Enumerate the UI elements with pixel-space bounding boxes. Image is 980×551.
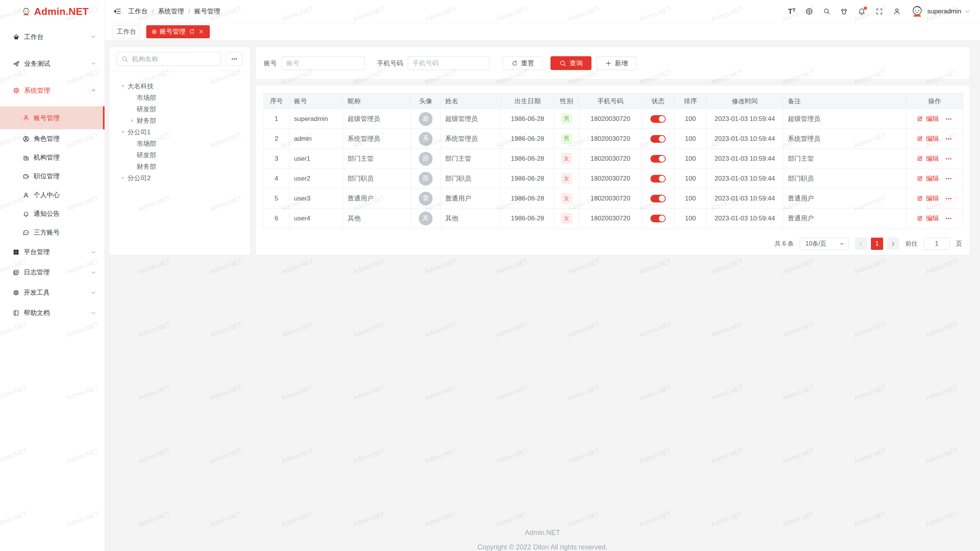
org-search-input[interactable]: 机构名称 bbox=[117, 52, 221, 66]
cell-phone: 18020030720 bbox=[590, 175, 630, 182]
tree-node-研发部[interactable]: 研发部 bbox=[114, 103, 247, 115]
tree-node-label: 分公司2 bbox=[127, 174, 150, 183]
tabs-bar: 工作台账号管理 bbox=[105, 23, 980, 40]
edit-button[interactable]: 编辑 bbox=[917, 154, 939, 163]
col-header-nickname[interactable]: 昵称 bbox=[343, 93, 411, 109]
more-actions-button[interactable] bbox=[945, 175, 952, 183]
breadcrumb-item[interactable]: 系统管理 bbox=[158, 7, 184, 16]
fullscreen-icon[interactable] bbox=[875, 8, 883, 15]
more-actions-button[interactable] bbox=[945, 135, 952, 143]
footer: Admin.NET Copyright © 2022 Dilon All rig… bbox=[105, 529, 980, 551]
tree-node-财务部[interactable]: 财务部 bbox=[114, 115, 247, 126]
next-page-button[interactable] bbox=[887, 238, 899, 250]
sidebar-item-3[interactable]: 账号管理 bbox=[0, 106, 105, 129]
phone-input[interactable]: 手机号码 bbox=[408, 56, 490, 70]
more-actions-button[interactable] bbox=[945, 195, 952, 202]
chevron-up-icon bbox=[91, 88, 96, 93]
sidebar-item-12[interactable]: 开发工具 bbox=[0, 282, 105, 303]
theme-icon[interactable] bbox=[840, 8, 848, 15]
col-header-op[interactable]: 操作 bbox=[906, 93, 963, 109]
sidebar-item-11[interactable]: 日志管理 bbox=[0, 262, 105, 282]
caret-right-icon[interactable] bbox=[118, 176, 127, 180]
status-toggle[interactable] bbox=[650, 135, 666, 143]
notification-badge bbox=[864, 7, 867, 10]
sidebar-item-4[interactable]: 角色管理 bbox=[0, 129, 105, 148]
col-header-time[interactable]: 修改时间 bbox=[707, 93, 783, 109]
search-button[interactable]: 查询 bbox=[550, 56, 591, 70]
account-input[interactable]: 账号 bbox=[281, 56, 365, 70]
filter-card: 账号 账号 手机号码 手机号码 重置 查询 新增 bbox=[255, 47, 970, 80]
sidebar-item-10[interactable]: 平台管理 bbox=[0, 242, 105, 262]
search-icon[interactable] bbox=[823, 8, 830, 15]
col-header-phone[interactable]: 手机号码 bbox=[579, 93, 642, 109]
tree-node-分公司1[interactable]: 分公司1 bbox=[114, 126, 247, 138]
sidebar-item-5[interactable]: 机构管理 bbox=[0, 148, 105, 167]
tab-refresh-icon[interactable] bbox=[189, 28, 195, 35]
sidebar-item-8[interactable]: 通知公告 bbox=[0, 204, 105, 223]
more-actions-button[interactable] bbox=[945, 115, 952, 123]
edit-button[interactable]: 编辑 bbox=[917, 134, 939, 143]
status-toggle[interactable] bbox=[650, 195, 666, 202]
col-header-idx[interactable]: 序号 bbox=[264, 93, 289, 109]
sidebar-item-1[interactable]: 业务测试 bbox=[0, 53, 105, 74]
edit-button[interactable]: 编辑 bbox=[917, 114, 939, 123]
org-more-button[interactable] bbox=[226, 52, 243, 66]
sidebar-item-2[interactable]: 系统管理 bbox=[0, 80, 105, 101]
status-toggle[interactable] bbox=[650, 115, 666, 123]
more-actions-button[interactable] bbox=[945, 215, 952, 222]
sidebar-item-13[interactable]: 帮助文档 bbox=[0, 303, 105, 323]
col-header-gender[interactable]: 性别 bbox=[554, 93, 579, 109]
edit-button[interactable]: 编辑 bbox=[917, 174, 939, 183]
tree-node-研发部[interactable]: 研发部 bbox=[114, 149, 247, 161]
sidebar-item-6[interactable]: 职位管理 bbox=[0, 167, 105, 186]
notification-icon[interactable] bbox=[858, 8, 866, 15]
caret-right-icon[interactable] bbox=[127, 118, 137, 123]
cell-phone: 18020030720 bbox=[590, 135, 630, 142]
breadcrumb-item[interactable]: 账号管理 bbox=[194, 7, 220, 16]
col-header-status[interactable]: 状态 bbox=[642, 93, 675, 109]
page-size-select[interactable]: 10条/页 bbox=[800, 238, 849, 250]
menu-fold-icon[interactable] bbox=[113, 7, 121, 15]
col-header-avatar[interactable]: 头像 bbox=[411, 93, 441, 109]
page-1-button[interactable]: 1 bbox=[871, 238, 883, 250]
goto-input[interactable]: 1 bbox=[924, 238, 950, 250]
reset-button[interactable]: 重置 bbox=[503, 56, 543, 70]
footer-brand: Admin.NET bbox=[105, 529, 980, 537]
table-row: 1superadmin超级管理员超超级管理员1986-06-28男1802003… bbox=[264, 109, 963, 129]
edit-button[interactable]: 编辑 bbox=[917, 194, 939, 203]
user-icon[interactable] bbox=[893, 8, 901, 15]
col-header-account[interactable]: 账号 bbox=[289, 93, 343, 109]
user-menu[interactable]: superadmin bbox=[911, 5, 970, 18]
sidebar-item-7[interactable]: 个人中心 bbox=[0, 186, 105, 204]
tree-node-分公司2[interactable]: 分公司2 bbox=[114, 172, 247, 184]
font-size-icon[interactable]: TT bbox=[788, 8, 796, 15]
col-header-name[interactable]: 姓名 bbox=[441, 93, 501, 109]
add-button[interactable]: 新增 bbox=[596, 56, 637, 70]
status-toggle[interactable] bbox=[650, 215, 666, 222]
tab-close-icon[interactable] bbox=[198, 29, 204, 34]
col-header-remark[interactable]: 备注 bbox=[783, 93, 906, 109]
edit-button[interactable]: 编辑 bbox=[917, 214, 939, 223]
tab-label: 工作台 bbox=[117, 27, 136, 36]
more-actions-button[interactable] bbox=[945, 155, 952, 163]
prev-page-button[interactable] bbox=[855, 238, 867, 250]
language-icon[interactable] bbox=[805, 8, 813, 15]
status-toggle[interactable] bbox=[650, 155, 666, 163]
sidebar-item-9[interactable]: 三方账号 bbox=[0, 223, 105, 242]
breadcrumb-item[interactable]: 工作台 bbox=[128, 7, 148, 16]
tree-node-财务部[interactable]: 财务部 bbox=[114, 161, 247, 172]
col-header-birth[interactable]: 出生日期 bbox=[501, 93, 554, 109]
tab-账号管理[interactable]: 账号管理 bbox=[146, 25, 210, 38]
tab-工作台[interactable]: 工作台 bbox=[113, 25, 140, 38]
search-icon bbox=[121, 55, 129, 63]
tree-node-市场部[interactable]: 市场部 bbox=[114, 92, 247, 103]
status-toggle[interactable] bbox=[650, 175, 666, 183]
col-header-sort[interactable]: 排序 bbox=[675, 93, 707, 109]
caret-down-icon[interactable] bbox=[118, 84, 127, 88]
caret-down-icon[interactable] bbox=[118, 130, 127, 134]
cell-idx: 4 bbox=[274, 175, 278, 182]
tree-node-大名科技[interactable]: 大名科技 bbox=[114, 80, 247, 92]
table-card: 序号账号昵称头像姓名出生日期性别手机号码状态排序修改时间备注操作1superad… bbox=[255, 85, 970, 255]
sidebar-item-0[interactable]: 工作台 bbox=[0, 26, 105, 47]
tree-node-市场部[interactable]: 市场部 bbox=[114, 138, 247, 149]
